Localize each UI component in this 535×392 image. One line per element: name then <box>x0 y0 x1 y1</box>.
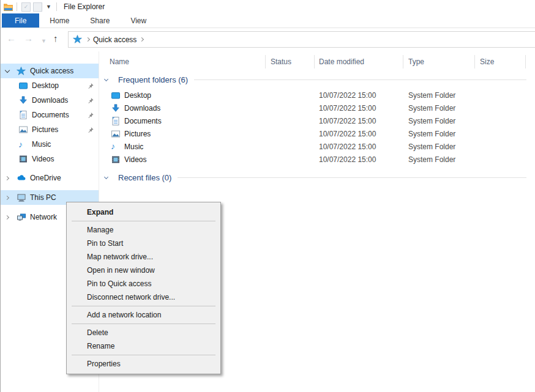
column-header-name[interactable]: Name <box>110 57 129 66</box>
desktop-icon <box>18 81 32 91</box>
sidebar-item-documents[interactable]: Documents <box>1 108 99 122</box>
column-divider[interactable] <box>525 55 526 68</box>
breadcrumb[interactable]: Quick access <box>68 31 535 48</box>
menu-item-pin-to-start[interactable]: Pin to Start <box>67 237 220 250</box>
forward-icon[interactable]: → <box>24 33 33 44</box>
address-bar: ← → ▼ ↑ Quick access <box>1 28 535 51</box>
tab-home[interactable]: Home <box>39 13 80 28</box>
sidebar-item-downloads[interactable]: Downloads <box>1 93 99 108</box>
music-icon: ♪ <box>18 140 32 149</box>
pin-icon <box>88 97 99 104</box>
group-header-recent-files[interactable]: Recent files (0) <box>100 171 535 183</box>
ribbon-tabs: File Home Share View <box>1 13 535 28</box>
column-header-size[interactable]: Size <box>480 57 494 66</box>
chevron-right-icon[interactable] <box>5 215 9 219</box>
file-name: Music <box>124 142 143 151</box>
documents-icon <box>18 110 32 120</box>
column-divider[interactable] <box>265 55 266 68</box>
file-row-downloads[interactable]: Downloads 10/07/2022 15:00 System Folder <box>100 102 535 115</box>
file-row-videos[interactable]: Videos 10/07/2022 15:00 System Folder <box>100 153 535 166</box>
column-divider[interactable] <box>314 55 315 68</box>
file-date-modified: 10/07/2022 15:00 <box>319 130 376 138</box>
chevron-down-icon[interactable] <box>104 174 108 179</box>
menu-item-disconnect-network-drive[interactable]: Disconnect network drive... <box>67 290 220 304</box>
file-row-music[interactable]: ♪ Music 10/07/2022 15:00 System Folder <box>100 141 535 153</box>
pictures-icon <box>111 129 121 139</box>
chevron-right-icon[interactable] <box>5 176 9 180</box>
music-icon: ♪ <box>111 142 121 152</box>
properties-button-icon[interactable]: ✓ <box>21 2 31 12</box>
videos-icon <box>18 154 32 164</box>
chevron-down-icon[interactable] <box>104 76 108 81</box>
group-header-label: Frequent folders (6) <box>118 75 188 84</box>
sidebar-item-label: Pictures <box>32 125 88 134</box>
menu-item-delete[interactable]: Delete <box>67 326 220 339</box>
menu-item-rename[interactable]: Rename <box>67 339 220 353</box>
menu-item-open-in-new-window[interactable]: Open in new window <box>67 264 220 277</box>
quick-access-star-icon[interactable] <box>73 35 82 44</box>
group-header-rule <box>178 177 526 178</box>
column-header-type[interactable]: Type <box>408 57 424 66</box>
group-header-frequent-folders[interactable]: Frequent folders (6) <box>100 73 535 86</box>
file-date-modified: 10/07/2022 15:00 <box>319 91 376 100</box>
back-icon[interactable]: ← <box>7 33 16 44</box>
file-date-modified: 10/07/2022 15:00 <box>319 104 376 113</box>
new-folder-button-icon[interactable] <box>33 2 42 12</box>
menu-item-expand[interactable]: Expand <box>67 205 220 219</box>
pictures-icon <box>18 125 32 135</box>
pin-icon <box>88 112 99 119</box>
sidebar-item-label: OneDrive <box>30 174 99 182</box>
sidebar-item-desktop[interactable]: Desktop <box>1 78 99 93</box>
breadcrumb-chevron-icon[interactable] <box>86 37 90 42</box>
titlebar-separator <box>56 2 57 11</box>
breadcrumb-segment[interactable]: Quick access <box>93 35 137 44</box>
file-row-pictures[interactable]: Pictures 10/07/2022 15:00 System Folder <box>100 128 535 141</box>
tab-view[interactable]: View <box>120 13 157 28</box>
sidebar-item-videos[interactable]: Videos <box>1 152 99 166</box>
breadcrumb-chevron-icon[interactable] <box>140 37 144 42</box>
this-pc-icon <box>17 193 30 202</box>
sidebar-item-quick-access[interactable]: Quick access <box>1 64 99 78</box>
videos-icon <box>111 155 121 165</box>
file-name: Desktop <box>124 91 151 100</box>
file-date-modified: 10/07/2022 15:00 <box>319 155 376 164</box>
file-type: System Folder <box>408 117 455 125</box>
file-row-desktop[interactable]: Desktop 10/07/2022 15:00 System Folder <box>100 89 535 102</box>
sidebar-item-pictures[interactable]: Pictures <box>1 122 99 137</box>
titlebar-separator <box>17 2 17 11</box>
menu-item-manage[interactable]: Manage <box>67 223 220 237</box>
explorer-folder-icon[interactable] <box>3 2 13 12</box>
menu-item-add-a-network-location[interactable]: Add a network location <box>67 308 220 322</box>
file-row-documents[interactable]: Documents 10/07/2022 15:00 System Folder <box>100 115 535 128</box>
sidebar-item-label: Documents <box>32 111 88 119</box>
sidebar-item-label: This PC <box>30 193 99 202</box>
file-type: System Folder <box>408 130 455 138</box>
file-date-modified: 10/07/2022 15:00 <box>319 117 376 125</box>
chevron-right-icon[interactable] <box>5 195 9 199</box>
file-date-modified: 10/07/2022 15:00 <box>319 142 376 151</box>
chevron-down-icon[interactable] <box>5 68 10 73</box>
file-type: System Folder <box>408 155 455 164</box>
column-divider[interactable] <box>403 55 403 68</box>
column-header-status[interactable]: Status <box>271 57 291 66</box>
menu-item-properties[interactable]: Properties <box>67 357 220 371</box>
tab-share[interactable]: Share <box>80 13 120 28</box>
file-type: System Folder <box>408 104 455 113</box>
menu-separator <box>72 221 215 221</box>
sidebar-item-music[interactable]: ♪ Music <box>1 137 99 152</box>
sidebar-item-onedrive[interactable]: OneDrive <box>1 171 99 185</box>
column-header-date-modified[interactable]: Date modified <box>319 57 364 66</box>
sidebar-item-label: Downloads <box>32 96 88 105</box>
up-icon[interactable]: ↑ <box>53 33 58 44</box>
menu-item-map-network-drive[interactable]: Map network drive... <box>67 250 220 264</box>
recent-locations-chevron-icon[interactable]: ▼ <box>41 35 47 46</box>
customize-quick-access-toolbar-icon[interactable]: ▼ <box>46 4 51 10</box>
menu-separator <box>72 324 215 324</box>
menu-item-pin-to-quick-access[interactable]: Pin to Quick access <box>67 277 220 290</box>
frequent-folders-rows: Desktop 10/07/2022 15:00 System Folder D… <box>100 89 535 166</box>
group-header-rule <box>194 80 526 80</box>
tab-file[interactable]: File <box>2 13 39 28</box>
context-menu: Expand Manage Pin to Start Map network d… <box>66 202 221 374</box>
downloads-icon <box>18 95 32 105</box>
column-divider[interactable] <box>474 55 475 68</box>
